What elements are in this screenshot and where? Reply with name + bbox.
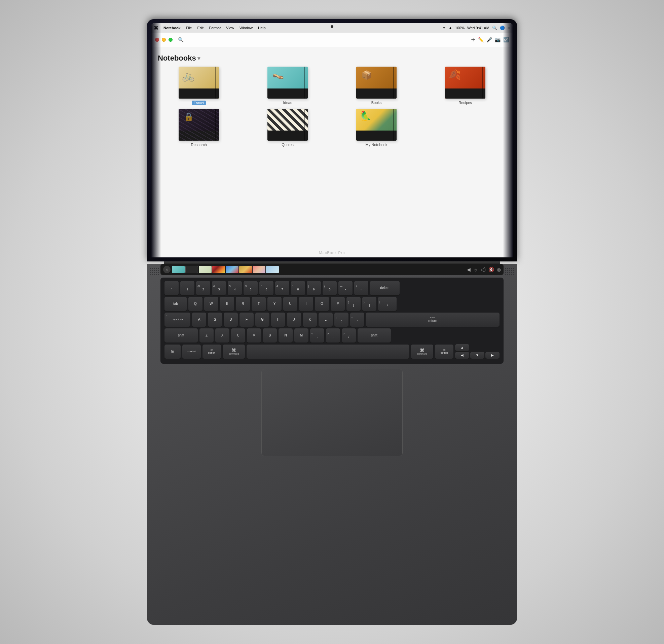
key-cmd-right[interactable]: ⌘ command: [411, 345, 433, 359]
touch-bar-thumb-2[interactable]: [185, 266, 198, 273]
mic-icon[interactable]: 🎤: [486, 37, 492, 42]
key-l[interactable]: L: [318, 313, 333, 327]
key-a[interactable]: A: [192, 313, 206, 327]
key-p[interactable]: P: [331, 297, 345, 311]
menubar-view[interactable]: View: [224, 25, 236, 31]
key-5[interactable]: %5: [244, 281, 258, 295]
touch-bar-thumb-4[interactable]: [212, 266, 225, 273]
touch-bar-thumb-1[interactable]: [172, 266, 185, 273]
key-alt-left[interactable]: alt option: [203, 345, 221, 359]
touch-bar-siri-icon[interactable]: ◎: [497, 267, 501, 272]
key-capslock[interactable]: • caps lock: [165, 313, 190, 327]
key-shift-left[interactable]: shift: [165, 328, 198, 343]
key-1[interactable]: !1: [180, 281, 194, 295]
key-i[interactable]: I: [299, 297, 313, 311]
add-notebook-button[interactable]: +: [471, 35, 475, 44]
key-w[interactable]: W: [204, 297, 218, 311]
key-equals[interactable]: +=: [354, 281, 368, 295]
touch-bar-thumb-6[interactable]: [239, 266, 252, 273]
key-lbracket[interactable]: {[: [347, 297, 360, 311]
key-n[interactable]: N: [278, 328, 293, 343]
key-u[interactable]: U: [283, 297, 297, 311]
key-arrow-up[interactable]: ▲: [455, 344, 469, 351]
key-return[interactable]: enter return: [366, 313, 499, 327]
key-h[interactable]: H: [271, 313, 285, 327]
key-arrow-right[interactable]: ▶: [485, 352, 499, 359]
menubar-search-icon[interactable]: 🔍: [492, 25, 497, 30]
key-6[interactable]: ^6: [260, 281, 273, 295]
touch-bar-thumb-8[interactable]: [266, 266, 279, 273]
search-icon[interactable]: 🔍: [178, 37, 184, 42]
key-spacebar[interactable]: [247, 345, 409, 359]
key-f[interactable]: F: [240, 313, 254, 327]
key-o[interactable]: O: [315, 297, 329, 311]
minimize-button[interactable]: [162, 38, 166, 42]
key-backslash[interactable]: |\: [378, 297, 397, 311]
key-g[interactable]: G: [255, 313, 269, 327]
notebooks-dropdown-icon[interactable]: ▾: [198, 55, 200, 62]
trackpad[interactable]: [261, 369, 403, 456]
key-delete[interactable]: delete: [370, 281, 400, 295]
touch-bar-thumb-3[interactable]: [199, 266, 212, 273]
key-7[interactable]: &7: [275, 281, 289, 295]
key-cmd-left[interactable]: ⌘ command: [223, 345, 245, 359]
key-tab[interactable]: tab: [165, 297, 187, 311]
notebook-ideas[interactable]: 👡 Ideas: [247, 67, 329, 105]
notebook-travel[interactable]: 🚲 Travel: [158, 67, 240, 105]
key-m[interactable]: M: [294, 328, 308, 343]
notebook-recipes[interactable]: 🍂 Recipes: [424, 67, 506, 105]
key-minus[interactable]: —-: [338, 281, 353, 295]
key-alt-right[interactable]: alt option: [435, 345, 453, 359]
key-t[interactable]: T: [252, 297, 266, 311]
key-arrow-left[interactable]: ◀: [455, 352, 469, 359]
key-2[interactable]: @2: [196, 281, 210, 295]
touch-bar-close[interactable]: ✕: [163, 266, 170, 273]
key-period[interactable]: >.: [326, 328, 340, 343]
key-shift-right[interactable]: shift: [357, 328, 391, 343]
key-4[interactable]: $4: [228, 281, 242, 295]
key-rbracket[interactable]: }]: [362, 297, 376, 311]
menubar-format[interactable]: Format: [207, 25, 223, 31]
touch-bar-chevron-left[interactable]: ◀: [467, 267, 471, 272]
key-arrow-down[interactable]: ▼: [470, 352, 484, 359]
key-slash[interactable]: ?/: [342, 328, 356, 343]
key-q[interactable]: Q: [188, 297, 203, 311]
key-j[interactable]: J: [287, 313, 301, 327]
maximize-button[interactable]: [168, 38, 172, 42]
key-comma[interactable]: <,: [310, 328, 324, 343]
key-backtick[interactable]: ~`: [165, 281, 179, 295]
menubar-notebook[interactable]: Notebook: [161, 25, 183, 31]
menubar-window[interactable]: Window: [237, 25, 255, 31]
camera-icon[interactable]: 📷: [495, 37, 500, 42]
key-c[interactable]: C: [231, 328, 245, 343]
menubar-file[interactable]: File: [184, 25, 194, 31]
key-x[interactable]: X: [215, 328, 229, 343]
touch-bar-thumbnails[interactable]: [172, 266, 464, 273]
menubar-help[interactable]: Help: [256, 25, 268, 31]
key-control[interactable]: control: [182, 345, 201, 359]
key-r[interactable]: R: [236, 297, 250, 311]
key-semicolon[interactable]: :;: [334, 313, 349, 327]
key-z[interactable]: Z: [200, 328, 213, 343]
notebook-research[interactable]: 🔒 Research: [158, 109, 240, 147]
key-quote[interactable]: "': [350, 313, 364, 327]
edit-icon[interactable]: ✏️: [478, 37, 484, 42]
key-v[interactable]: V: [247, 328, 261, 343]
key-fn[interactable]: fn: [165, 345, 181, 359]
key-b[interactable]: B: [263, 328, 277, 343]
touch-bar-brightness-icon[interactable]: ☼: [473, 267, 478, 272]
menubar-edit[interactable]: Edit: [195, 25, 206, 31]
touch-bar-thumb-7[interactable]: [253, 266, 265, 273]
notebook-books[interactable]: 📦 Books: [335, 67, 417, 105]
key-3[interactable]: #3: [212, 281, 226, 295]
key-0[interactable]: )0: [323, 281, 337, 295]
key-d[interactable]: D: [224, 313, 238, 327]
touch-bar-volume-icon[interactable]: ◁): [480, 267, 486, 272]
key-9[interactable]: (9: [307, 281, 321, 295]
key-s[interactable]: S: [208, 313, 222, 327]
key-k[interactable]: K: [303, 313, 317, 327]
touch-bar-mute-icon[interactable]: 🔇: [489, 267, 494, 272]
key-8[interactable]: *8: [291, 281, 305, 295]
touch-bar-thumb-5[interactable]: [226, 266, 238, 273]
touch-bar[interactable]: ✕ ◀ ☼ ◁) 🔇 ◎: [161, 264, 503, 275]
